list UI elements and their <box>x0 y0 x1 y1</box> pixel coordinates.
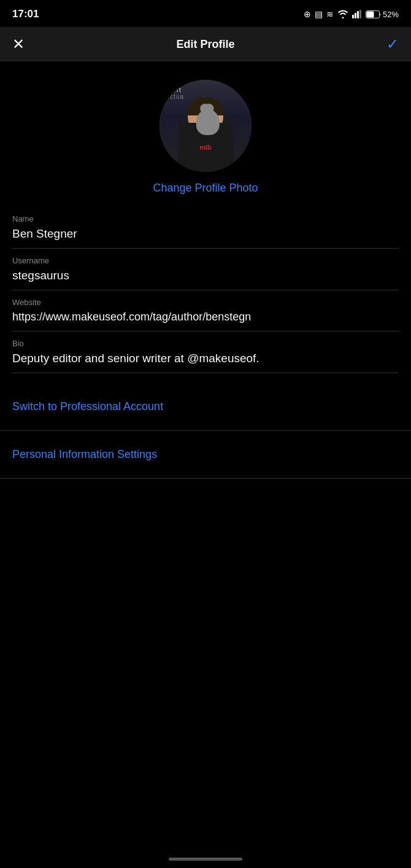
website-field-group: Website https://www.makeuseof.com/tag/au… <box>12 290 399 331</box>
switch-professional-row[interactable]: Switch to Professional Account <box>0 383 411 431</box>
battery-icon: 52% <box>366 10 399 19</box>
message-icon: ▤ <box>315 9 323 19</box>
change-photo-button[interactable]: Change Profile Photo <box>153 182 258 195</box>
save-check-button[interactable]: ✓ <box>386 36 399 53</box>
svg-rect-2 <box>357 11 359 18</box>
signal-icon <box>352 10 362 18</box>
personal-info-settings-button[interactable]: Personal Information Settings <box>12 448 157 460</box>
username-label: Username <box>12 256 399 265</box>
status-icons: ⊕ ▤ ≋ 52% <box>304 9 399 19</box>
location-icon: ⊕ <box>304 9 311 19</box>
name-input[interactable]: Ben Stegner <box>12 227 399 248</box>
website-label: Website <box>12 298 399 307</box>
home-indicator <box>169 858 242 861</box>
username-field-group: Username stegsaurus <box>12 249 399 290</box>
svg-rect-1 <box>355 13 356 18</box>
form-section: Name Ben Stegner Username stegsaurus Web… <box>0 207 411 373</box>
close-button[interactable]: ✕ <box>12 37 25 52</box>
personal-info-settings-row[interactable]: Personal Information Settings <box>0 431 411 479</box>
bio-field-group: Bio Deputy editor and senior writer at @… <box>12 331 399 373</box>
avatar[interactable]: onlit anctua mlb <box>159 80 252 172</box>
name-field-group: Name Ben Stegner <box>12 207 399 249</box>
page-title: Edit Profile <box>176 38 234 51</box>
username-input[interactable]: stegsaurus <box>12 269 399 290</box>
profile-section: onlit anctua mlb Change Profile Photo <box>0 61 411 207</box>
svg-rect-0 <box>352 15 354 18</box>
battery-percent: 52% <box>383 10 399 19</box>
website-input[interactable]: https://www.makeuseof.com/tag/author/ben… <box>12 311 399 331</box>
bio-label: Bio <box>12 339 399 348</box>
status-bar: 17:01 ⊕ ▤ ≋ 52% <box>0 0 411 27</box>
name-label: Name <box>12 214 399 223</box>
notification-icon: ≋ <box>326 9 334 19</box>
svg-rect-3 <box>359 10 361 18</box>
status-time: 17:01 <box>12 8 39 20</box>
bio-input[interactable]: Deputy editor and senior writer at @make… <box>12 352 399 373</box>
wifi-icon <box>337 10 348 18</box>
switch-professional-button[interactable]: Switch to Professional Account <box>12 400 163 413</box>
svg-rect-5 <box>366 11 374 17</box>
nav-bar: ✕ Edit Profile ✓ <box>0 27 411 61</box>
